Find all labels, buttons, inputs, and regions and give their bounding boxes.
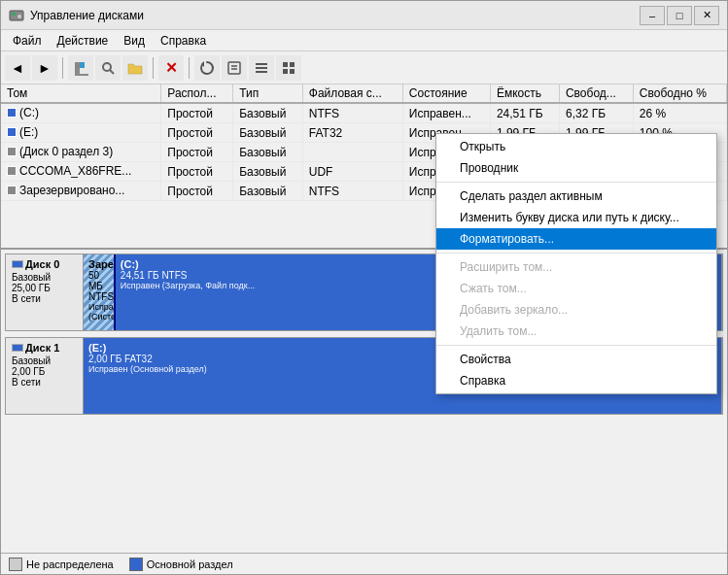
cell-loc: Простой xyxy=(161,123,233,143)
minimize-button[interactable]: – xyxy=(640,6,665,25)
properties-icon xyxy=(226,60,242,76)
cell-loc: Простой xyxy=(161,162,233,182)
disk-color-indicator xyxy=(12,344,23,352)
disk-size-label: 25,00 ГБ xyxy=(12,283,51,293)
disk-manager-icon xyxy=(9,8,24,23)
disk-label-icon: Диск 0 xyxy=(12,258,59,270)
cell-fs: FAT32 xyxy=(302,123,402,143)
svg-rect-4 xyxy=(80,62,85,68)
disk-label: Диск 0 Базовый 25,00 ГБ В сети xyxy=(6,254,84,330)
menu-file[interactable]: Файл xyxy=(5,32,50,50)
cell-state: Исправен... xyxy=(402,103,490,123)
col-fs[interactable]: Файловая с... xyxy=(302,85,402,103)
legend-unallocated: Не распределена xyxy=(9,558,114,571)
cell-vol: (E:) xyxy=(1,123,161,143)
col-free[interactable]: Свобод... xyxy=(559,85,633,103)
menubar: Файл Действие Вид Справка xyxy=(1,30,727,51)
partition-name: Зарезервировано xyxy=(88,258,110,270)
cell-loc: Простой xyxy=(161,103,233,123)
context-menu-item-13[interactable]: Справка xyxy=(436,370,716,391)
cell-freepct: 26 % xyxy=(633,103,726,123)
cell-type: Базовый xyxy=(233,162,303,182)
col-freepct[interactable]: Свободно % xyxy=(633,85,726,103)
menu-action[interactable]: Действие xyxy=(50,32,117,50)
disk-network-label: В сети xyxy=(12,293,41,304)
legend-unalloc-label: Не распределена xyxy=(26,558,114,570)
list-button[interactable] xyxy=(249,55,274,81)
table-row[interactable]: (C:) Простой Базовый NTFS Исправен... 24… xyxy=(1,103,727,123)
maximize-button[interactable]: □ xyxy=(667,6,692,25)
svg-rect-9 xyxy=(228,62,240,74)
col-loc[interactable]: Распол... xyxy=(161,85,233,103)
toolbar: ◄ ► ✕ xyxy=(1,51,727,85)
col-cap[interactable]: Ёмкость xyxy=(490,85,559,103)
content-area: Том Распол... Тип Файловая с... Состояни… xyxy=(1,85,727,574)
partition-size: 50 МБ NTFS xyxy=(88,270,110,302)
up-button[interactable] xyxy=(68,55,93,81)
context-menu-item-5[interactable]: Форматировать... xyxy=(436,228,716,250)
svg-line-7 xyxy=(110,70,114,74)
col-state[interactable]: Состояние xyxy=(402,85,490,103)
cell-fs: NTFS xyxy=(302,182,402,201)
close-button[interactable]: ✕ xyxy=(694,6,719,25)
context-menu-item-12[interactable]: Свойства xyxy=(436,349,716,370)
grid-icon xyxy=(281,60,296,76)
disk-name-label: Диск 1 xyxy=(25,342,59,354)
search-icon xyxy=(100,60,116,76)
cell-vol: CCCOMA_X86FRE... xyxy=(1,162,161,182)
folder-button[interactable] xyxy=(122,55,148,81)
properties-button[interactable] xyxy=(222,55,247,81)
svg-rect-18 xyxy=(290,69,295,74)
toolbar-sep-2 xyxy=(153,57,154,79)
legend-primary-box xyxy=(129,558,143,571)
svg-rect-12 xyxy=(256,63,267,65)
cell-fs xyxy=(302,143,402,162)
partition[interactable]: Зарезервировано 50 МБ NTFS Исправен (Сис… xyxy=(84,254,116,330)
svg-rect-5 xyxy=(75,74,88,76)
main-window: Управление дисками – □ ✕ Файл Действие В… xyxy=(0,0,728,575)
back-button[interactable]: ◄ xyxy=(5,55,30,81)
cell-type: Базовый xyxy=(233,103,303,123)
svg-rect-14 xyxy=(256,71,267,73)
menu-view[interactable]: Вид xyxy=(116,32,153,50)
context-menu: ОткрытьПроводникСделать раздел активнымИ… xyxy=(435,133,717,394)
cell-cap: 24,51 ГБ xyxy=(490,103,559,123)
titlebar-buttons: – □ ✕ xyxy=(640,6,719,25)
context-menu-item-1[interactable]: Проводник xyxy=(436,157,716,179)
grid-button[interactable] xyxy=(276,55,301,81)
disk-color-indicator xyxy=(12,260,23,268)
svg-rect-1 xyxy=(12,13,16,16)
search-button[interactable] xyxy=(95,55,121,81)
context-menu-item-8: Сжать том... xyxy=(436,278,716,299)
cell-loc: Простой xyxy=(161,182,233,201)
disk-network-label: В сети xyxy=(12,377,41,388)
context-menu-item-3[interactable]: Сделать раздел активным xyxy=(436,186,716,207)
cell-type: Базовый xyxy=(233,182,303,201)
cell-vol: (Диск 0 раздел 3) xyxy=(1,143,161,162)
context-menu-item-10: Удалить том... xyxy=(436,321,716,342)
col-vol[interactable]: Том xyxy=(1,85,161,103)
col-type[interactable]: Тип xyxy=(233,85,303,103)
context-menu-item-4[interactable]: Изменить букву диска или путь к диску... xyxy=(436,207,716,228)
disk-name-label: Диск 0 xyxy=(25,258,59,270)
disk-type-label: Базовый xyxy=(12,272,51,283)
refresh-button[interactable] xyxy=(194,55,220,81)
toolbar-sep-1 xyxy=(62,57,63,79)
cell-fs: UDF xyxy=(302,162,402,182)
context-menu-separator xyxy=(436,345,716,346)
context-menu-item-0[interactable]: Открыть xyxy=(436,136,716,157)
context-menu-item-9: Добавить зеркало... xyxy=(436,299,716,321)
svg-rect-15 xyxy=(283,62,288,67)
cell-type: Базовый xyxy=(233,143,303,162)
svg-rect-17 xyxy=(283,69,288,74)
cell-type: Базовый xyxy=(233,123,303,143)
svg-point-2 xyxy=(17,15,21,18)
menu-help[interactable]: Справка xyxy=(153,32,214,50)
forward-button[interactable]: ► xyxy=(32,55,57,81)
titlebar: Управление дисками – □ ✕ xyxy=(1,1,727,30)
context-menu-separator xyxy=(436,253,716,254)
disk-type-label: Базовый xyxy=(12,355,51,366)
legend-bar: Не распределена Основной раздел xyxy=(1,553,727,574)
delete-button[interactable]: ✕ xyxy=(158,55,184,81)
disk-label: Диск 1 Базовый 2,00 ГБ В сети xyxy=(6,338,84,414)
